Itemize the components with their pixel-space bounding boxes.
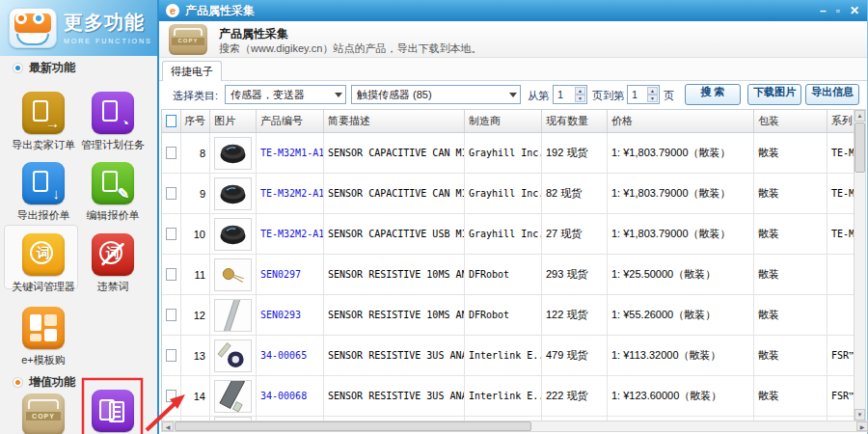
product-link[interactable]: 34-00065	[260, 350, 307, 361]
maximize-button[interactable]: ▫	[836, 0, 840, 21]
logo-subtitle: MORE FUNCTIONS	[64, 38, 152, 44]
manage-scheduled-tasks-icon: ◔	[92, 92, 134, 134]
page-to-spinner[interactable]: 1 ▲▼	[627, 85, 660, 104]
table-row: 12 SEN0293 SENSOR RESISTIVE 10MS ANALOG …	[162, 295, 857, 336]
tab-bar: 得捷电子	[159, 58, 867, 81]
sidebar-item-copy-tool[interactable]: COPY	[9, 393, 78, 434]
product-link[interactable]: TE-M32M2-A11U	[260, 229, 324, 239]
export-quotation-icon: ↓	[22, 162, 65, 204]
table-header-row: 序号 图片 产品编号 简要描述 制造商 现有数量 价格 包装 系列	[162, 110, 857, 133]
col-desc: 简要描述	[324, 110, 465, 132]
table-row: 9 TE-M32M2-A11C SENSOR CAPACITIVE CAN M1…	[162, 174, 857, 214]
main-panel: e 产品属性采集 – ▫ ✕ COPY 产品属性采集 搜索（www.digike…	[157, 0, 868, 434]
orange-bullet-icon	[14, 378, 22, 387]
page-title: 产品属性采集	[219, 26, 288, 42]
table-row: 14 34-00068 SENSOR RESISTIVE 3US ANALOG …	[162, 376, 857, 417]
col-pkg: 包装	[754, 110, 827, 132]
select-all-checkbox[interactable]	[166, 115, 176, 127]
product-link[interactable]: 34-00068	[260, 391, 307, 401]
category-select-2[interactable]: 触摸传感器 (85)	[351, 85, 521, 104]
scroll-left-icon[interactable]: ◀	[162, 421, 174, 431]
sidebar-item-keyword-manager[interactable]: 词 关键词管理器	[9, 233, 78, 294]
sidebar-item-export-quotation[interactable]: ↓ 导出报价单	[9, 162, 78, 223]
product-link[interactable]: TE-M32M1-A11C	[260, 148, 324, 158]
row-checkbox[interactable]	[166, 147, 176, 159]
category-select-1[interactable]: 传感器，变送器	[225, 85, 346, 104]
col-qty: 现有数量	[542, 110, 608, 132]
row-checkbox[interactable]	[166, 187, 176, 200]
banned-words-icon: 词	[92, 233, 134, 276]
horizontal-scrollbar[interactable]: ◀ ▶	[161, 420, 868, 432]
window-title: 产品属性采集	[185, 3, 255, 19]
sidebar-item-export-seller-orders[interactable]: → 导出卖家订单	[9, 92, 78, 152]
row-checkbox[interactable]	[166, 268, 176, 281]
product-image	[214, 339, 252, 372]
vertical-scroll-thumb[interactable]	[854, 122, 865, 173]
sidebar-item-edit-quotation[interactable]: ✎ 编辑报价单	[78, 162, 148, 223]
product-image	[214, 258, 252, 291]
table-row: 8 TE-M32M1-A11C SENSOR CAPACITIVE CAN M1…	[162, 133, 857, 174]
page-from-spinner[interactable]: 1 ▲▼	[553, 85, 587, 104]
product-link[interactable]: SEN0293	[260, 310, 301, 320]
col-part: 产品编号	[257, 110, 324, 132]
keyword-manager-icon: 词	[22, 233, 65, 276]
search-button[interactable]: 搜 索	[685, 84, 741, 105]
logo-title: 更多功能	[64, 10, 152, 36]
scroll-down-icon[interactable]: ▼	[854, 409, 865, 420]
row-checkbox[interactable]	[166, 349, 176, 362]
sidebar-item-banned-words[interactable]: 词 违禁词	[78, 233, 148, 294]
sidebar-item-template-shop[interactable]: e+模板购	[9, 307, 78, 367]
row-checkbox[interactable]	[166, 228, 176, 240]
from-page-label: 从第	[528, 89, 549, 103]
row-checkbox[interactable]	[166, 390, 176, 402]
sidebar-item-product-collect[interactable]	[78, 390, 148, 432]
blue-bullet-icon	[14, 64, 22, 72]
col-image: 图片	[210, 110, 257, 132]
page-subtitle: 搜索（www.digikey.cn）站点的产品，导出下载到本地。	[219, 41, 481, 56]
chevron-down-icon	[509, 93, 517, 97]
product-image	[214, 137, 252, 170]
edit-quotation-icon: ✎	[92, 162, 134, 204]
app-logo-icon	[9, 8, 57, 48]
close-button[interactable]: ✕	[850, 0, 859, 21]
horizontal-scroll-thumb[interactable]	[175, 421, 531, 431]
product-table: 序号 图片 产品编号 简要描述 制造商 现有数量 价格 包装 系列 8 TE-M…	[161, 109, 857, 421]
table-row: 10 TE-M32M2-A11U SENSOR CAPACITIVE USB M…	[162, 214, 857, 255]
export-seller-orders-icon: →	[22, 92, 65, 134]
sidebar-item-manage-tasks[interactable]: ◔ 管理计划任务	[78, 92, 148, 152]
spinner-arrows-icon[interactable]: ▲▼	[647, 87, 658, 102]
tab-digikey[interactable]: 得捷电子	[162, 61, 222, 82]
product-collect-icon	[92, 390, 134, 432]
product-image	[214, 177, 252, 210]
minimize-button[interactable]: –	[820, 0, 827, 21]
scroll-right-icon[interactable]: ▶	[856, 421, 868, 431]
panel-header: COPY 产品属性采集 搜索（www.digikey.cn）站点的产品，导出下载…	[159, 21, 867, 58]
table-row: 11 SEN0297 SENSOR RESISTIVE 10MS ANALOG …	[162, 255, 857, 295]
sidebar-header: 更多功能 MORE FUNCTIONS	[0, 0, 157, 56]
scroll-up-icon[interactable]: ▲	[854, 110, 865, 122]
chevron-down-icon	[335, 93, 342, 97]
export-info-button[interactable]: 导出信息	[805, 84, 859, 105]
app-window: 更多功能 MORE FUNCTIONS 最新功能 → 导出卖家订单 ◔ 管理计划…	[0, 0, 868, 434]
section-value-added: 增值功能	[14, 374, 75, 391]
col-mfr: 制造商	[465, 110, 542, 132]
window-titlebar: e 产品属性采集 – ▫ ✕	[159, 0, 867, 21]
section-latest-functions: 最新功能	[14, 60, 75, 76]
vertical-scrollbar[interactable]: ▲ ▼	[854, 109, 866, 421]
copy-tool-icon: COPY	[22, 393, 65, 434]
product-image	[214, 218, 252, 251]
table-row: 13 34-00065 SENSOR RESISTIVE 3US ANALOG …	[162, 336, 857, 376]
col-price: 价格	[608, 110, 754, 132]
col-no: 序号	[181, 110, 210, 132]
row-checkbox[interactable]	[166, 309, 176, 321]
product-link[interactable]: SEN0297	[260, 269, 301, 280]
window-app-icon: e	[166, 4, 179, 17]
to-page-label: 页到第	[592, 89, 624, 103]
product-link[interactable]: TE-M32M2-A11C	[260, 188, 324, 199]
toolbar: 选择类目: 传感器，变送器 触摸传感器 (85) 从第 1 ▲▼ 页到第 1 ▲…	[159, 81, 867, 109]
download-images-button[interactable]: 下载图片	[747, 84, 801, 105]
product-image	[214, 380, 252, 413]
product-image	[214, 299, 252, 332]
category-label: 选择类目:	[173, 89, 218, 103]
spinner-arrows-icon[interactable]: ▲▼	[575, 87, 585, 102]
